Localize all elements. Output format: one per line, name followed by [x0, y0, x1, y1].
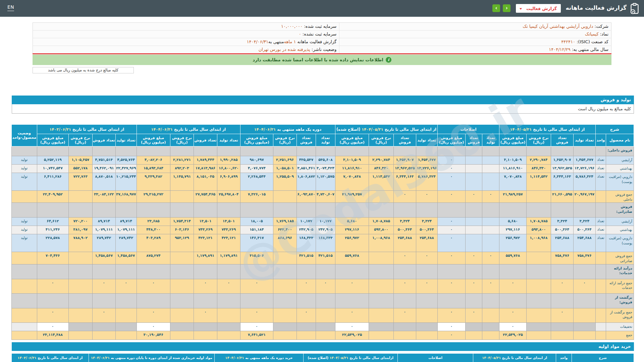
table-row: جمع فروش داخلی۲۰,۹۶۷,۱۹۷۲۱,۶۶۰,۵۹۵۲۱,۹۸۹… [11, 191, 634, 203]
value-cell: ۳,۰۷۴,۴۲۴ [316, 165, 335, 173]
table-cell [573, 264, 595, 279]
table-cell [11, 264, 37, 279]
product-name: بهداشتي [606, 226, 634, 234]
table-cell [137, 293, 170, 308]
table-cell [297, 293, 316, 308]
period-group-header: مواد اولیه خریداری شده از ابتدای دوره تا… [89, 354, 214, 362]
value-cell [115, 331, 137, 340]
table-cell [465, 146, 482, 156]
language-switch-en[interactable]: EN [7, 4, 14, 11]
value-cell [465, 226, 482, 234]
raw-materials-table: شرحواحداز ابتدای سال مالی تا تاریخ ۱۴۰۴/… [11, 353, 634, 362]
table-cell [573, 293, 595, 308]
table-cell [335, 146, 369, 156]
page: EN گزارش فعالیت ماهانه گزارش فعالیت ▾ › … [0, 0, 644, 362]
value-cell: ۴,۰۷۶,۷۷۴ [240, 165, 273, 173]
value-cell: ۷,۰۷۰,۸۳۸ [499, 173, 526, 191]
sum-label: جمع فروش صادراتی [606, 252, 634, 264]
value-cell [194, 331, 217, 340]
value-cell [170, 322, 194, 331]
value-cell: ۰ [465, 308, 482, 322]
registered-capital-value: ۱۰,۰۰۰,۰۰۰ [281, 24, 303, 29]
value-cell: ۰ [393, 252, 416, 264]
production-sales-header: تولید و فروش [12, 96, 634, 104]
table-cell [526, 146, 551, 156]
table-cell [194, 203, 217, 218]
table-row: جمع فروش صادراتی۷۵۸,۳۷۶۷۵۸,۳۷۶۵۵۹,۷۶۸۰۰۰… [11, 252, 634, 264]
table-group-header-row: شرحاز ابتدای سال مالی تا تاریخ ۱۴۰۴/۰۵/۳… [11, 125, 634, 134]
value-cell: ۲۴۲,۹۰۵ [297, 226, 316, 234]
value-cell: ۵,۶۸۰ [335, 218, 369, 226]
value-cell: ۴۳۵,۵۳۷ [297, 156, 316, 165]
unregistered-capital-value: ۰ [299, 32, 301, 37]
value-cell: ۸,۱۵۱,۰۳۵ [194, 173, 217, 191]
product-name: آرايشي [606, 156, 634, 165]
value-cell: ۲۲,۵۴۹,۰۲۵ [499, 331, 526, 340]
value-cell: ۰ [416, 191, 437, 203]
registered-capital-cell: سرمایه ثبت شده: ۱۰,۰۰۰,۰۰۰ [33, 23, 339, 31]
value-cell: ۱,۷۰۸,۷۸۵ [526, 218, 551, 226]
value-cell [465, 218, 482, 226]
value-cell: ۱,۷۰۸,۷۸۵ [369, 218, 393, 226]
value-cell: ۰ [240, 279, 273, 293]
next-report-button[interactable]: › [503, 4, 511, 12]
qty-sold-header: تعداد فروش [297, 134, 316, 146]
table-cell [316, 293, 335, 308]
table-group-header-row: شرحواحداز ابتدای سال مالی تا تاریخ ۱۴۰۴/… [11, 354, 634, 362]
value-cell: ۰ [437, 191, 465, 203]
table-row: جمع برگشت از فروش۰۰۰۰۰۰۰۰۰۰۰۰ [11, 308, 634, 322]
table-cell [240, 264, 273, 279]
value-cell [170, 191, 194, 203]
period-group-header: اصلاحات [437, 125, 499, 134]
value-cell: ۸۴۶,۳۳۰ [526, 165, 551, 173]
value-cell [526, 191, 551, 203]
value-cell: ۱,۱۴۵,۷۹۱ [170, 173, 194, 191]
unit-cell [595, 279, 606, 293]
production-sales-section: تولید و فروش کلیه مبالغ به میلیون ریال ا… [12, 96, 634, 340]
value-cell [526, 252, 551, 264]
value-cell: ۵,۷۸۶,۳۲۴ [573, 173, 595, 191]
value-cell: ۱,۰۰۸,۹۶۸ [369, 234, 393, 252]
value-cell: ۲۵۴,۶۸۸ [551, 234, 573, 252]
value-cell: ۲۳,۶۸۵ [137, 218, 170, 226]
unit-cell [595, 322, 606, 331]
value-cell: ۷۰۴,۴۳۶ [37, 252, 68, 264]
value-cell: ۱,۱۱۴,۵۴۲ [526, 173, 551, 191]
value-cell [297, 331, 316, 340]
table-cell [369, 293, 393, 308]
value-cell: ۰ [194, 308, 217, 322]
period-group-header: ازابتدای سال مالی تا تاریخ ۱۴۰۴/۰۵/۳۱ (ا… [303, 354, 397, 362]
company-name-cell: شرکت: دارويي آرايشي بهداشتي آريان کيميا … [339, 23, 611, 31]
table-cell [393, 264, 416, 279]
value-cell: ۲۱,۶۶۰,۵۹۵ [551, 191, 573, 203]
value-cell [273, 331, 297, 340]
value-cell: ۱۴۶,۳۱۷ [240, 234, 273, 252]
value-cell: ۲۰,۹۶۷,۱۹۷ [573, 191, 595, 203]
value-cell: ۲۳,۱۱۴,۳۸۸ [37, 331, 68, 340]
value-cell: ۸۶۸,۶۹۶ [273, 234, 297, 252]
report-type-dropdown[interactable]: گزارش فعالیت ▾ [516, 4, 561, 13]
table-cell [393, 146, 416, 156]
table-cell [499, 293, 526, 308]
value-cell [482, 322, 499, 331]
unregistered-capital-cell: سرمایه ثبت نشده: ۰ [33, 31, 339, 38]
value-cell: ۰ [335, 322, 369, 331]
unit-header: واحد [556, 354, 572, 362]
previous-report-button[interactable]: ‹ [492, 4, 500, 12]
value-cell: ۶,۰۹۳,۸۷۰ [297, 191, 316, 203]
value-cell [316, 322, 335, 331]
table-cell [595, 293, 606, 308]
value-cell: ۰ [573, 279, 595, 293]
value-cell [393, 331, 416, 340]
chevron-right-icon: › [505, 5, 507, 11]
value-cell: ۷,۶۴۱,۵۲۱ [240, 331, 273, 340]
table-cell [137, 146, 170, 156]
value-cell: ۰ [482, 252, 499, 264]
value-cell: ۱,۱۰۵,۳۵۷ [68, 156, 92, 165]
value-cell: ۲۹۷,۱۱۶ [335, 226, 369, 234]
status-cell [11, 279, 37, 293]
value-cell [526, 308, 551, 322]
report-period-text: گزارش فعالیت ماهانه [296, 39, 336, 44]
table-cell [115, 146, 137, 156]
table-cell [437, 264, 465, 279]
